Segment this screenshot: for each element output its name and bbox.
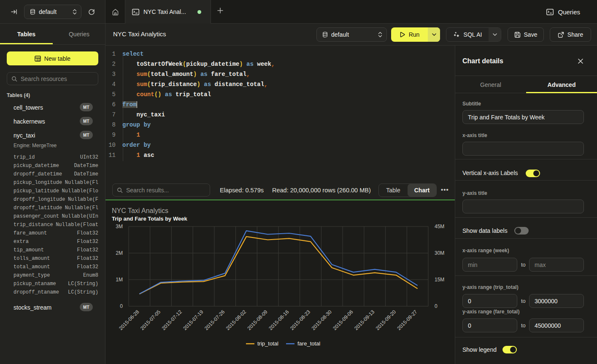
svg-text:1M: 1M — [116, 277, 123, 283]
svg-text:2015-09-20: 2015-09-20 — [375, 309, 397, 332]
svg-text:2015-06-28: 2015-06-28 — [118, 309, 140, 332]
svg-text:2M: 2M — [116, 250, 123, 256]
svg-text:2015-09-06: 2015-09-06 — [332, 309, 354, 332]
svg-text:2015-09-13: 2015-09-13 — [353, 309, 376, 332]
svg-text:3M: 3M — [116, 224, 123, 229]
svg-text:2015-09-27: 2015-09-27 — [396, 309, 419, 332]
svg-text:0: 0 — [120, 303, 123, 309]
svg-text:45M: 45M — [435, 224, 444, 229]
svg-text:30M: 30M — [435, 250, 444, 256]
svg-text:2015-07-19: 2015-07-19 — [182, 309, 205, 332]
svg-text:2015-08-09: 2015-08-09 — [246, 309, 269, 332]
svg-text:2015-07-05: 2015-07-05 — [139, 309, 162, 332]
svg-text:2015-08-30: 2015-08-30 — [311, 309, 333, 332]
svg-text:2015-07-12: 2015-07-12 — [161, 309, 184, 332]
svg-text:2015-08-16: 2015-08-16 — [267, 309, 290, 332]
svg-text:2015-08-23: 2015-08-23 — [289, 309, 312, 332]
svg-text:15M: 15M — [435, 277, 444, 283]
svg-text:2015-07-26: 2015-07-26 — [203, 309, 226, 332]
svg-text:2015-08-02: 2015-08-02 — [225, 309, 248, 332]
svg-text:trip_total: trip_total — [257, 340, 278, 347]
svg-text:fare_total: fare_total — [297, 340, 320, 347]
svg-text:0: 0 — [435, 303, 438, 309]
